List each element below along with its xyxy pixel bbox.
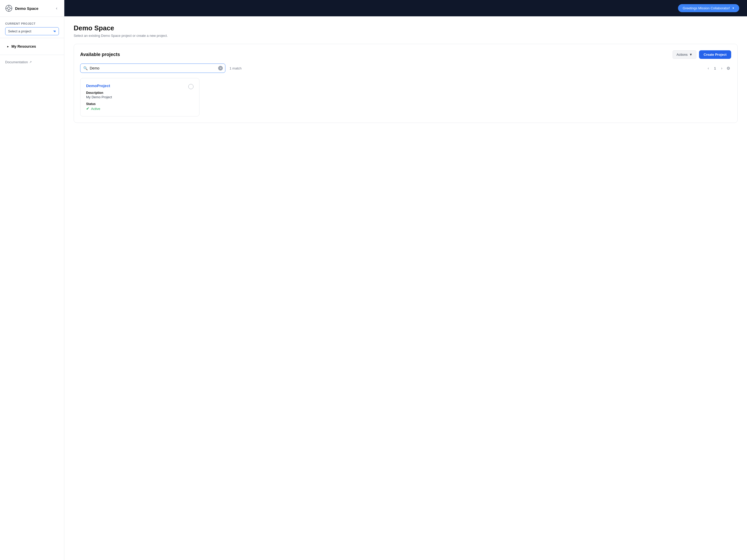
actions-dropdown-icon: ▼	[689, 53, 693, 56]
my-resources-item[interactable]: ► My Resources	[5, 42, 59, 51]
match-count: 1 match	[230, 66, 241, 70]
page-content: Demo Space Select an existing Demo Space…	[64, 16, 747, 560]
actions-button-label: Actions	[676, 53, 688, 56]
next-page-button[interactable]: ›	[720, 65, 724, 71]
card-body: DemoProject Description My Demo Project …	[86, 83, 188, 111]
panel-header: Available projects Actions ▼ Create Proj…	[80, 50, 731, 59]
project-select-wrapper: Select a project ▼	[5, 27, 59, 35]
svg-point-1	[7, 7, 10, 9]
current-project-label: Current Project	[5, 22, 59, 25]
expand-arrow-icon: ►	[7, 45, 9, 48]
search-icon: 🔍	[83, 66, 88, 70]
logo-icon	[5, 5, 12, 12]
panel-title: Available projects	[80, 52, 120, 57]
project-selector-section: Current Project Select a project ▼	[0, 17, 64, 38]
search-row: 🔍 ✕ 1 match ‹ 1 › ⚙	[80, 63, 731, 73]
table-settings-button[interactable]: ⚙	[725, 65, 731, 72]
sidebar: Demo Space ‹ Current Project Select a pr…	[0, 0, 64, 560]
description-value: My Demo Project	[86, 95, 188, 99]
sidebar-header: Demo Space ‹	[0, 0, 64, 17]
page-title: Demo Space	[74, 24, 738, 32]
status-value: Active	[91, 107, 100, 111]
project-name-link[interactable]: DemoProject	[86, 83, 188, 88]
projects-panel: Available projects Actions ▼ Create Proj…	[74, 44, 738, 123]
search-wrapper: 🔍 ✕	[80, 63, 225, 73]
pagination: ‹ 1 › ⚙	[706, 65, 731, 72]
project-select[interactable]: Select a project	[5, 27, 59, 35]
greet-button[interactable]: Greetings Mission Collaborator! ▼	[678, 4, 739, 12]
project-card: DemoProject Description My Demo Project …	[80, 78, 200, 116]
app-logo: Demo Space	[5, 5, 38, 12]
main-content: Greetings Mission Collaborator! ▼ Demo S…	[64, 0, 747, 560]
my-resources-section: ► My Resources	[0, 38, 64, 55]
page-subtitle: Select an existing Demo Space project or…	[74, 34, 738, 37]
documentation-link[interactable]: Documentation ↗	[5, 60, 59, 64]
status-row: ✔ Active	[86, 106, 188, 111]
status-active-icon: ✔	[86, 106, 89, 111]
my-resources-label: My Resources	[11, 44, 36, 49]
page-number: 1	[712, 65, 718, 71]
search-clear-button[interactable]: ✕	[218, 66, 223, 71]
panel-actions: Actions ▼ Create Project	[673, 50, 731, 59]
sidebar-footer: Documentation ↗	[0, 55, 64, 69]
app-name: Demo Space	[15, 6, 38, 10]
search-input[interactable]	[80, 63, 225, 73]
collapse-sidebar-button[interactable]: ‹	[54, 5, 59, 11]
create-project-button[interactable]: Create Project	[699, 50, 731, 59]
description-label: Description	[86, 91, 188, 95]
greet-dropdown-icon: ▼	[732, 7, 735, 9]
external-link-icon: ↗	[29, 60, 32, 64]
documentation-label: Documentation	[5, 60, 28, 64]
status-label: Status	[86, 102, 188, 106]
top-bar: Greetings Mission Collaborator! ▼	[64, 0, 747, 16]
project-select-radio[interactable]	[188, 84, 194, 89]
actions-button[interactable]: Actions ▼	[673, 50, 696, 59]
greet-button-label: Greetings Mission Collaborator!	[683, 6, 730, 10]
prev-page-button[interactable]: ‹	[706, 65, 711, 71]
